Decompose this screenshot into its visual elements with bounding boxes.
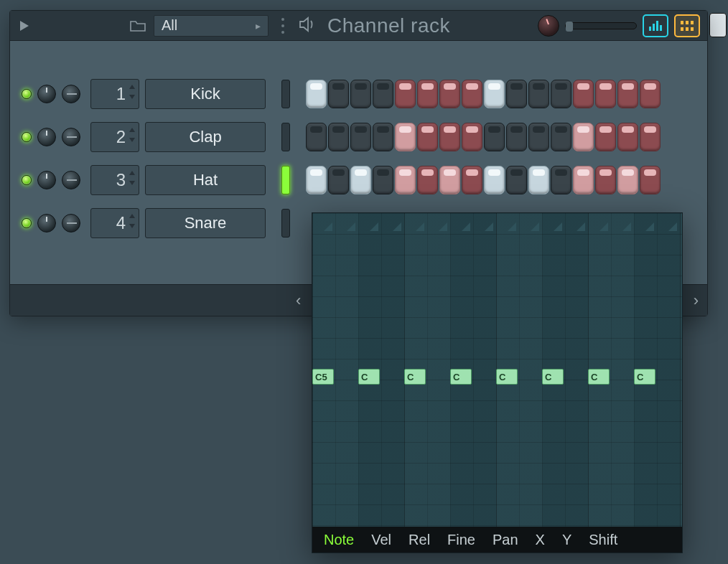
step-button[interactable] [595,80,616,108]
step-button[interactable] [417,166,438,194]
step-button[interactable] [395,166,416,194]
volume-knob[interactable] [62,171,80,189]
pan-knob[interactable] [37,128,56,146]
step-button[interactable] [462,123,482,151]
play-icon[interactable] [16,17,33,34]
note-block[interactable]: C [358,369,380,385]
step-button[interactable] [462,80,482,108]
dock-handle[interactable] [709,13,727,37]
folder-icon[interactable] [129,17,146,34]
channel-enable-led[interactable] [22,175,32,185]
note-block[interactable]: C [588,369,610,385]
step-button[interactable] [373,166,393,194]
step-button[interactable] [551,80,571,108]
channel-name-button[interactable]: Hat [145,165,266,195]
graph-view-toggle[interactable] [643,14,668,37]
step-button[interactable] [328,80,349,108]
editor-tab-rel[interactable]: Rel [401,530,437,550]
volume-knob[interactable] [62,214,80,232]
step-marker[interactable] [657,213,680,234]
step-button[interactable] [528,166,549,194]
step-marker[interactable] [542,213,565,234]
step-button[interactable] [573,166,594,194]
step-button[interactable] [439,166,460,194]
channel-number-field[interactable]: 3 [90,165,139,195]
step-marker[interactable] [450,213,473,234]
step-button[interactable] [573,80,594,108]
editor-tab-x[interactable]: X [528,530,552,550]
step-button[interactable] [551,166,571,194]
editor-tab-y[interactable]: Y [555,530,579,550]
channel-enable-led[interactable] [22,218,32,228]
channel-number-field[interactable]: 4 [90,208,139,238]
step-button[interactable] [551,123,571,151]
step-button[interactable] [640,123,661,151]
step-button[interactable] [306,166,327,194]
step-button[interactable] [617,123,638,151]
step-button[interactable] [373,123,393,151]
step-button[interactable] [484,123,505,151]
editor-tab-note[interactable]: Note [317,530,361,550]
step-button[interactable] [462,166,482,194]
step-button[interactable] [506,123,527,151]
step-marker[interactable] [473,213,496,234]
step-marker[interactable] [519,213,542,234]
note-block[interactable]: C [404,369,426,385]
step-button[interactable] [395,123,416,151]
step-button[interactable] [328,166,349,194]
step-button[interactable] [506,166,527,194]
step-button[interactable] [373,80,393,108]
channel-select-indicator[interactable] [281,123,290,151]
step-marker[interactable] [381,213,404,234]
note-block[interactable]: C [634,369,655,385]
swing-slider[interactable] [565,22,637,29]
editor-tab-vel[interactable]: Vel [364,530,398,550]
speaker-icon[interactable] [299,17,317,35]
step-button[interactable] [417,123,438,151]
channel-name-button[interactable]: Snare [145,208,266,238]
step-button[interactable] [506,80,527,108]
step-marker[interactable] [634,213,657,234]
step-button[interactable] [350,80,371,108]
step-button[interactable] [306,80,327,108]
step-button[interactable] [350,166,371,194]
channel-filter-dropdown[interactable]: All ▸ [154,15,269,37]
step-marker[interactable] [358,213,381,234]
step-button[interactable] [484,80,505,108]
editor-tab-fine[interactable]: Fine [440,530,482,550]
step-button[interactable] [395,80,416,108]
step-button[interactable] [528,80,549,108]
step-button[interactable] [417,80,438,108]
channel-name-button[interactable]: Kick [145,79,266,109]
channel-select-indicator[interactable] [281,166,290,194]
step-marker[interactable] [588,213,611,234]
editor-tab-shift[interactable]: Shift [582,530,625,550]
step-button[interactable] [484,166,505,194]
channel-number-field[interactable]: 2 [90,122,139,152]
channel-enable-led[interactable] [22,132,32,142]
channel-select-indicator[interactable] [281,80,290,108]
scroll-left-icon[interactable]: ‹ [296,291,301,310]
step-marker[interactable] [496,213,519,234]
step-view-toggle[interactable] [674,14,700,37]
step-marker[interactable] [427,213,450,234]
step-button[interactable] [640,80,661,108]
step-button[interactable] [439,123,460,151]
step-button[interactable] [617,166,638,194]
note-block[interactable]: C [542,369,564,385]
step-marker[interactable] [565,213,588,234]
step-marker[interactable] [611,213,634,234]
scroll-right-icon[interactable]: › [694,291,699,310]
step-marker[interactable] [335,213,358,234]
step-marker[interactable] [312,213,335,234]
step-button[interactable] [617,80,638,108]
step-button[interactable] [528,123,549,151]
pan-knob[interactable] [37,214,56,232]
step-button[interactable] [306,123,327,151]
note-block[interactable]: C5 [312,369,334,385]
channel-enable-led[interactable] [22,89,32,99]
step-button[interactable] [595,166,616,194]
pan-knob[interactable] [37,171,56,189]
step-button[interactable] [573,123,594,151]
note-block[interactable]: C [450,369,472,385]
